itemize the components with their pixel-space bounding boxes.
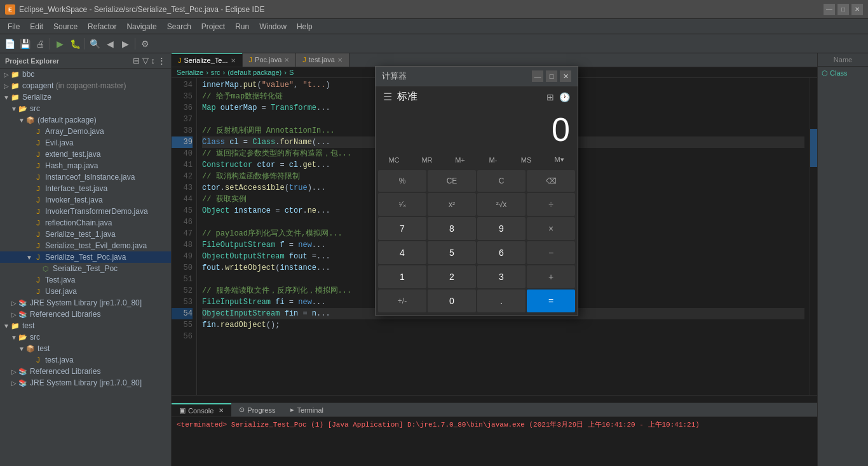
explorer-menu-icon[interactable]: ⋮ xyxy=(158,56,166,65)
mem-mplus-button[interactable]: M+ xyxy=(444,153,476,166)
save-button[interactable]: 💾 xyxy=(18,37,32,51)
tree-item-test-project[interactable]: ▼ 📁 test xyxy=(0,320,171,331)
explorer-sync-icon[interactable]: ↕ xyxy=(151,56,156,65)
new-button[interactable]: 📄 xyxy=(3,37,17,51)
explorer-filter-icon[interactable]: ▽ xyxy=(142,56,149,65)
mem-mminus-button[interactable]: M- xyxy=(477,153,509,166)
mem-mr-button[interactable]: MR xyxy=(411,153,443,166)
tab-serialize-test-poc[interactable]: J Serialize_Te... ✕ xyxy=(172,53,243,67)
tree-item-copagent[interactable]: ▷ 📁 copagent (in copagent-master) xyxy=(0,80,171,91)
menu-run[interactable]: Run xyxy=(230,21,254,32)
calc-2-button[interactable]: 2 xyxy=(428,265,476,288)
calc-dot-button[interactable]: . xyxy=(477,290,526,312)
calc-percent-button[interactable]: % xyxy=(378,170,426,192)
tree-item-reflection-chain[interactable]: J reflectionChain.java xyxy=(0,217,171,229)
calc-sqrt-button[interactable]: ²√x xyxy=(477,193,526,216)
menu-source[interactable]: Source xyxy=(48,21,83,32)
tab-progress[interactable]: ⊙ Progress xyxy=(231,403,283,416)
calc-0-button[interactable]: 0 xyxy=(428,290,476,312)
tree-item-test-src[interactable]: ▼ 📂 src xyxy=(0,331,171,343)
tree-item-serialize-test-evil[interactable]: J Serialize_test_Evil_demo.java xyxy=(0,240,171,251)
mem-mrecall-button[interactable]: M▾ xyxy=(543,153,575,166)
calc-7-button[interactable]: 7 xyxy=(378,217,426,240)
print-button[interactable]: 🖨 xyxy=(33,37,47,51)
tree-item-invoker-transformer[interactable]: J InvokerTransformerDemo.java xyxy=(0,206,171,217)
outline-class-item[interactable]: ⬡ Class xyxy=(818,67,868,80)
prev-button[interactable]: ◀ xyxy=(103,37,117,51)
menu-refactor[interactable]: Refactor xyxy=(83,21,121,32)
calc-3-button[interactable]: 3 xyxy=(477,265,526,288)
tab-terminal[interactable]: ▸ Terminal xyxy=(283,403,331,416)
menu-search[interactable]: Search xyxy=(162,21,196,32)
calc-maximize-button[interactable]: □ xyxy=(546,70,557,82)
calc-minimize-button[interactable]: — xyxy=(532,70,543,82)
tree-item-test-java-file[interactable]: J test.java xyxy=(0,354,171,366)
tree-item-jre-lib[interactable]: ▷ 📚 JRE System Library [jre1.7.0_80] xyxy=(0,297,171,309)
close-button[interactable]: ✕ xyxy=(851,4,863,15)
maximize-button[interactable]: □ xyxy=(837,4,849,15)
tree-item-test-ref-libs[interactable]: ▷ 📚 Referenced Libraries xyxy=(0,366,171,377)
tree-item-src[interactable]: ▼ 📂 src xyxy=(0,103,171,114)
settings-button[interactable]: ⚙ xyxy=(138,37,152,51)
menu-file[interactable]: File xyxy=(3,21,25,32)
tree-item-ref-libs[interactable]: ▷ 📚 Referenced Libraries xyxy=(0,309,171,320)
tree-item-hash-map[interactable]: J Hash_map.java xyxy=(0,160,171,171)
calc-multiply-button[interactable]: × xyxy=(527,217,575,240)
mem-mc-button[interactable]: MC xyxy=(378,153,410,166)
horizontal-scrollbar[interactable] xyxy=(172,395,817,403)
debug-button[interactable]: 🐛 xyxy=(68,37,82,51)
tree-item-serialize[interactable]: ▼ 📁 Serialize xyxy=(0,91,171,103)
tree-item-interface-test[interactable]: J Interface_test.java xyxy=(0,183,171,194)
calc-square-button[interactable]: x² xyxy=(428,193,476,216)
calc-divide-button[interactable]: ÷ xyxy=(527,193,575,216)
tree-item-test-jre-lib[interactable]: ▷ 📚 JRE System Library [jre1.7.0_80] xyxy=(0,377,171,389)
tree-item-test-java[interactable]: J Test.java xyxy=(0,274,171,286)
calc-clear-button[interactable]: C xyxy=(477,170,526,192)
breadcrumb-src[interactable]: src xyxy=(211,69,220,76)
calc-menu-icon[interactable]: ☰ xyxy=(383,91,392,103)
console-close-icon[interactable]: ✕ xyxy=(219,407,224,414)
tab-close-button[interactable]: ✕ xyxy=(231,57,236,64)
calc-5-button[interactable]: 5 xyxy=(428,241,476,264)
breadcrumb-serialize[interactable]: Serialize xyxy=(177,69,203,76)
tree-item-serialize-test-1[interactable]: J Serialize_test_1.java xyxy=(0,229,171,240)
calc-minus-button[interactable]: − xyxy=(527,241,575,264)
menu-help[interactable]: Help xyxy=(292,21,318,32)
calc-mode-switch-icon[interactable]: ⊞ xyxy=(546,92,554,102)
tree-item-array-demo[interactable]: J Array_Demo.java xyxy=(0,126,171,137)
calc-ce-button[interactable]: CE xyxy=(428,170,476,192)
menu-edit[interactable]: Edit xyxy=(25,21,48,32)
tree-item-evil[interactable]: J Evil.java xyxy=(0,137,171,149)
tree-item-bbc[interactable]: ▷ 📁 bbc xyxy=(0,69,171,80)
tab-close-button[interactable]: ✕ xyxy=(337,57,342,63)
tab-close-button[interactable]: ✕ xyxy=(284,57,289,63)
menu-project[interactable]: Project xyxy=(196,21,230,32)
menu-navigate[interactable]: Navigate xyxy=(121,21,161,32)
calc-close-button[interactable]: ✕ xyxy=(560,70,571,82)
tree-item-extend-test[interactable]: J extend_test.java xyxy=(0,149,171,160)
calc-plus-button[interactable]: + xyxy=(527,265,575,288)
calc-6-button[interactable]: 6 xyxy=(477,241,526,264)
run-button[interactable]: ▶ xyxy=(53,37,67,51)
explorer-collapse-icon[interactable]: ⊟ xyxy=(133,56,140,65)
mem-ms-button[interactable]: MS xyxy=(510,153,542,166)
tab-test-java[interactable]: J test.java ✕ xyxy=(296,53,349,67)
calc-history-icon[interactable]: 🕐 xyxy=(559,92,570,102)
tree-item-serialize-test-poc-class[interactable]: ⬡ Serialize_Test_Poc xyxy=(0,263,171,274)
calc-equals-button[interactable]: = xyxy=(527,290,575,312)
calc-1-button[interactable]: 1 xyxy=(378,265,426,288)
tree-item-user-java[interactable]: J User.java xyxy=(0,286,171,297)
calc-backspace-button[interactable]: ⌫ xyxy=(527,170,575,192)
tree-item-test-pkg[interactable]: ▼ 📦 test xyxy=(0,343,171,354)
calc-4-button[interactable]: 4 xyxy=(378,241,426,264)
tab-poc-java[interactable]: J Poc.java ✕ xyxy=(243,53,297,67)
calc-8-button[interactable]: 8 xyxy=(428,217,476,240)
tab-console[interactable]: ▣ Console ✕ xyxy=(172,403,231,416)
tree-item-serialize-test-poc[interactable]: ▼ J Serialize_Test_Poc.java xyxy=(0,251,171,263)
calc-negate-button[interactable]: +/- xyxy=(378,290,426,312)
next-button[interactable]: ▶ xyxy=(118,37,132,51)
calc-reciprocal-button[interactable]: ¹∕ₓ xyxy=(378,193,426,216)
tree-item-instanceof[interactable]: J Instanceof_isInstance.java xyxy=(0,171,171,183)
minimize-button[interactable]: — xyxy=(824,4,835,15)
menu-window[interactable]: Window xyxy=(254,21,292,32)
